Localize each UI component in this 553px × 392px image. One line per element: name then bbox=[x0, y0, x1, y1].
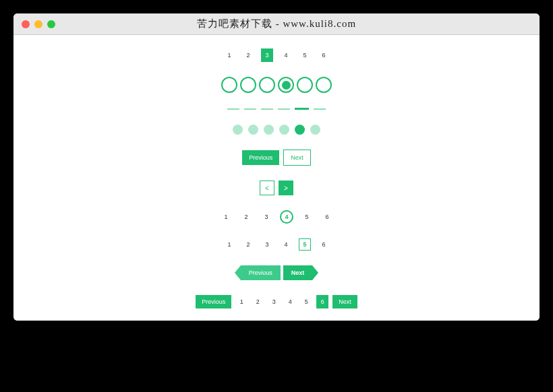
pagination-style-4 bbox=[233, 125, 320, 135]
page-dot[interactable] bbox=[264, 125, 274, 135]
pagination-style-1: 1 2 3 4 5 6 bbox=[223, 48, 330, 62]
page-dot-active[interactable] bbox=[295, 125, 305, 135]
page-item[interactable]: 2 bbox=[252, 295, 264, 308]
pagination-style-6: < > bbox=[260, 181, 293, 195]
page-dash[interactable] bbox=[244, 108, 256, 110]
page-dot[interactable] bbox=[248, 125, 258, 135]
page-item-active[interactable]: 4 bbox=[280, 210, 293, 224]
page-item[interactable]: 4 bbox=[280, 238, 292, 251]
previous-button[interactable]: Previous bbox=[196, 295, 231, 308]
page-dot[interactable] bbox=[240, 77, 256, 93]
page-item[interactable]: 4 bbox=[280, 48, 292, 62]
minimize-icon[interactable] bbox=[34, 20, 42, 28]
page-dash[interactable] bbox=[314, 108, 326, 110]
previous-button[interactable]: Previous bbox=[242, 150, 279, 165]
close-icon[interactable] bbox=[22, 20, 30, 28]
pagination-style-7: 1 2 3 4 5 6 bbox=[219, 210, 334, 224]
pagination-style-9: Previous Next bbox=[235, 265, 319, 280]
next-button[interactable]: > bbox=[279, 181, 293, 195]
page-dot[interactable] bbox=[310, 125, 320, 135]
page-item[interactable]: 5 bbox=[300, 295, 312, 308]
page-dash[interactable] bbox=[278, 108, 290, 110]
page-dot[interactable] bbox=[297, 77, 313, 93]
pagination-style-10: Previous 1 2 3 4 5 6 Next bbox=[196, 295, 357, 308]
page-item[interactable]: 6 bbox=[320, 210, 334, 224]
page-item[interactable]: 4 bbox=[284, 295, 296, 308]
page-item-active[interactable]: 6 bbox=[316, 295, 328, 308]
page-dot[interactable] bbox=[279, 125, 289, 135]
next-button[interactable]: Next bbox=[283, 150, 311, 166]
page-item[interactable]: 6 bbox=[318, 238, 330, 251]
chevron-left-icon bbox=[235, 265, 241, 280]
page-item[interactable]: 6 bbox=[318, 48, 330, 62]
page-item[interactable]: 1 bbox=[223, 48, 235, 62]
page-dash-active[interactable] bbox=[295, 108, 309, 110]
window-title: 苦力吧素材下载 - www.kuli8.com bbox=[197, 18, 356, 30]
page-item[interactable]: 1 bbox=[223, 238, 235, 251]
page-item[interactable]: 1 bbox=[219, 210, 233, 224]
titlebar: 苦力吧素材下载 - www.kuli8.com bbox=[13, 13, 540, 35]
window-controls bbox=[22, 20, 55, 28]
page-item[interactable]: 1 bbox=[235, 295, 248, 308]
maximize-icon[interactable] bbox=[47, 20, 55, 28]
page-item[interactable]: 2 bbox=[242, 238, 254, 251]
page-item[interactable]: 2 bbox=[239, 210, 253, 224]
pagination-style-2 bbox=[221, 77, 332, 93]
page-item[interactable]: 5 bbox=[299, 48, 311, 62]
page-dash[interactable] bbox=[261, 108, 273, 110]
pagination-style-3 bbox=[227, 108, 326, 110]
next-button[interactable]: Next bbox=[283, 265, 313, 280]
page-item[interactable]: 5 bbox=[300, 210, 314, 224]
page-dot-active[interactable] bbox=[278, 77, 294, 93]
next-button[interactable]: Next bbox=[332, 295, 357, 308]
browser-window: 苦力吧素材下载 - www.kuli8.com 1 2 3 4 5 6 bbox=[13, 13, 540, 321]
previous-button[interactable]: < bbox=[260, 181, 274, 195]
page-item[interactable]: 3 bbox=[260, 210, 273, 224]
page-item[interactable]: 2 bbox=[242, 48, 254, 62]
content-area: 1 2 3 4 5 6 bbox=[13, 35, 540, 321]
page-dash[interactable] bbox=[227, 108, 239, 110]
previous-button[interactable]: Previous bbox=[241, 265, 281, 280]
page-item-active[interactable]: 3 bbox=[261, 48, 273, 62]
pagination-style-5: Previous Next bbox=[242, 150, 311, 166]
chevron-right-icon bbox=[312, 265, 318, 280]
page-item[interactable]: 3 bbox=[268, 295, 280, 308]
page-dot[interactable] bbox=[221, 77, 237, 93]
pagination-style-8: 1 2 3 4 5 6 bbox=[223, 238, 330, 251]
page-dot[interactable] bbox=[259, 77, 275, 93]
page-dot[interactable] bbox=[233, 125, 243, 135]
page-item[interactable]: 3 bbox=[261, 238, 273, 251]
page-dot[interactable] bbox=[316, 77, 332, 93]
page-item-active[interactable]: 5 bbox=[299, 238, 311, 251]
